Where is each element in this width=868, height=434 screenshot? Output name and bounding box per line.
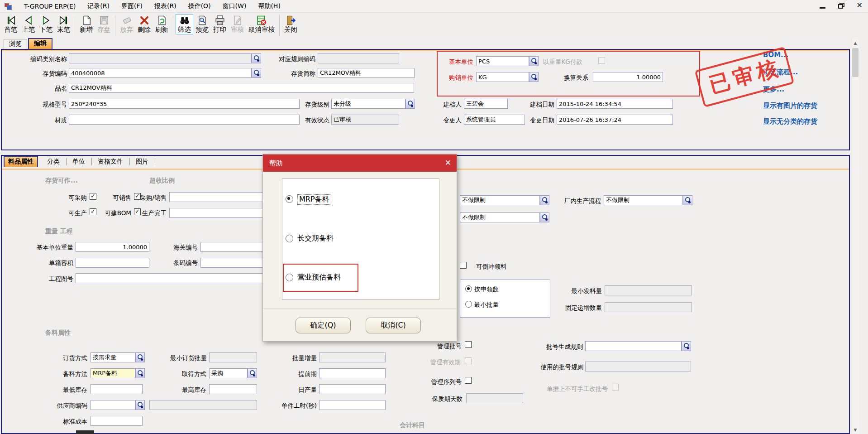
inv-short-input[interactable] — [318, 68, 415, 78]
order-mode-field[interactable] — [91, 352, 145, 362]
option-longlead-label[interactable]: 长交期备料 — [297, 234, 334, 243]
lookup-magnifier-icon[interactable] — [405, 99, 415, 109]
tab-unit[interactable]: 单位 — [69, 157, 89, 168]
spec-input[interactable] — [69, 99, 300, 109]
toolbar-add[interactable]: 新增 — [77, 14, 95, 34]
level-input[interactable] — [331, 99, 405, 109]
toolbar-close-form[interactable]: 关闭 — [282, 14, 300, 34]
toolbar-last-record[interactable]: 末笔 — [55, 14, 72, 34]
prep-method-input[interactable] — [91, 368, 135, 378]
lookup-magnifier-icon[interactable] — [540, 195, 549, 205]
dialog-cancel-button[interactable]: 取消(C) — [366, 318, 421, 333]
tab-item-attributes[interactable]: 料品属性 — [4, 156, 38, 167]
link-show-unclassified[interactable]: 显示无分类的存货 — [763, 117, 817, 126]
batch-rule-input[interactable] — [585, 341, 682, 351]
vertical-scrollbar[interactable]: ▲ ▼ — [851, 39, 859, 434]
toolbar-refresh[interactable]: 刷新 — [153, 14, 171, 34]
lead-time-input[interactable] — [319, 368, 386, 378]
issue-by-request-radio[interactable] — [465, 285, 472, 292]
supplier-input[interactable] — [91, 400, 135, 410]
limit-field-1[interactable] — [460, 195, 549, 205]
unit-time-input[interactable] — [319, 400, 386, 410]
base-unit-field[interactable] — [476, 56, 539, 66]
min-stock-input[interactable] — [91, 384, 143, 394]
minimize-icon[interactable] — [820, 7, 825, 9]
lookup-magnifier-icon[interactable] — [135, 352, 145, 362]
scroll-up-icon[interactable]: ▲ — [851, 39, 859, 47]
tab-browse[interactable]: 浏览 — [4, 39, 27, 49]
code-category-field[interactable] — [69, 53, 261, 63]
lookup-magnifier-icon[interactable] — [529, 56, 539, 66]
tab-qualification[interactable]: 资格文件 — [94, 157, 127, 168]
toolbar-preview[interactable]: 预览 — [193, 14, 211, 34]
toolbar-first-record[interactable]: 首笔 — [2, 14, 19, 34]
option-forecast-label[interactable]: 营业预估备料 — [297, 273, 341, 282]
tab-image[interactable]: 图片 — [132, 157, 152, 168]
menu-record[interactable]: 记录(R) — [87, 2, 110, 10]
prep-method-field[interactable] — [91, 368, 145, 378]
max-stock-input[interactable] — [209, 384, 257, 394]
lookup-magnifier-icon[interactable] — [252, 53, 261, 63]
name-input[interactable] — [69, 83, 414, 93]
option-longlead-radio[interactable] — [286, 235, 293, 242]
limit-field-2[interactable] — [460, 212, 549, 222]
limit-input-2[interactable] — [460, 212, 540, 222]
factory-flow-field[interactable] — [604, 195, 692, 205]
toolbar-cancel-audit[interactable]: 取消审核 — [246, 14, 277, 34]
scrollbar-thumb[interactable] — [852, 48, 858, 77]
tab-edit[interactable]: 编辑 — [28, 38, 52, 49]
factory-flow-input[interactable] — [604, 195, 683, 205]
supplier-field[interactable] — [91, 400, 145, 410]
level-field[interactable] — [331, 99, 415, 109]
conversion-input[interactable] — [593, 72, 663, 82]
toolbar-prev-record[interactable]: 上笔 — [19, 14, 37, 34]
dialog-ok-button[interactable]: 确定(Q) — [296, 318, 351, 333]
lookup-magnifier-icon[interactable] — [682, 341, 691, 351]
material-input[interactable] — [69, 115, 300, 125]
lookup-magnifier-icon[interactable] — [683, 195, 692, 205]
menu-report[interactable]: 报表(R) — [154, 2, 176, 10]
acquire-mode-field[interactable] — [209, 368, 257, 378]
inv-code-input[interactable] — [69, 68, 252, 78]
close-icon[interactable]: ✕ — [857, 1, 863, 10]
tab-classification[interactable]: 分类 — [43, 157, 63, 168]
unit-weight-input[interactable] — [76, 242, 149, 252]
menu-help[interactable]: 帮助(H) — [258, 2, 280, 10]
manage-serial-checkbox[interactable] — [465, 377, 472, 384]
restore-icon[interactable] — [838, 3, 844, 8]
toolbar-next-record[interactable]: 下笔 — [37, 14, 55, 34]
dialog-close-icon[interactable]: ✕ — [445, 158, 451, 167]
option-mrp-radio[interactable] — [286, 195, 293, 203]
std-cost-input[interactable] — [91, 416, 143, 426]
toolbar-delete[interactable]: 删除 — [135, 14, 153, 34]
box-volume-input[interactable] — [76, 258, 149, 268]
trade-unit-field[interactable] — [476, 72, 539, 82]
backflush-checkbox[interactable] — [460, 262, 467, 269]
manage-batch-checkbox[interactable] — [465, 341, 472, 348]
toolbar-filter[interactable]: 筛选 — [176, 14, 193, 34]
toolbar-print[interactable]: 打印 — [211, 14, 229, 34]
lookup-magnifier-icon[interactable] — [135, 400, 145, 410]
option-forecast-radio[interactable] — [286, 274, 293, 281]
acquire-mode-input[interactable] — [209, 368, 248, 378]
limit-input-1[interactable] — [460, 195, 540, 205]
lookup-magnifier-icon[interactable] — [135, 368, 145, 378]
lookup-magnifier-icon[interactable] — [252, 68, 261, 78]
lookup-magnifier-icon[interactable] — [248, 368, 257, 378]
daily-output-input[interactable] — [319, 384, 386, 394]
trade-unit-input[interactable] — [476, 72, 529, 82]
menu-app-title[interactable]: T-GROUP ERP(E) — [24, 3, 76, 10]
issue-min-batch-radio[interactable] — [465, 301, 472, 308]
scroll-down-icon[interactable]: ▼ — [851, 426, 859, 434]
can-buy-checkbox[interactable] — [90, 193, 96, 200]
can-make-checkbox[interactable] — [90, 208, 96, 215]
link-show-with-image[interactable]: 显示有图片的存货 — [763, 101, 817, 110]
option-mrp-label[interactable]: MRP备料 — [297, 194, 331, 205]
inv-code-field[interactable] — [69, 68, 261, 78]
order-mode-input[interactable] — [91, 352, 135, 362]
base-unit-input[interactable] — [476, 56, 529, 66]
lookup-magnifier-icon[interactable] — [540, 212, 549, 222]
menu-window[interactable]: 窗口(W) — [223, 2, 247, 10]
menu-interface[interactable]: 界面(F) — [121, 2, 143, 10]
batch-rule-field[interactable] — [585, 341, 691, 351]
